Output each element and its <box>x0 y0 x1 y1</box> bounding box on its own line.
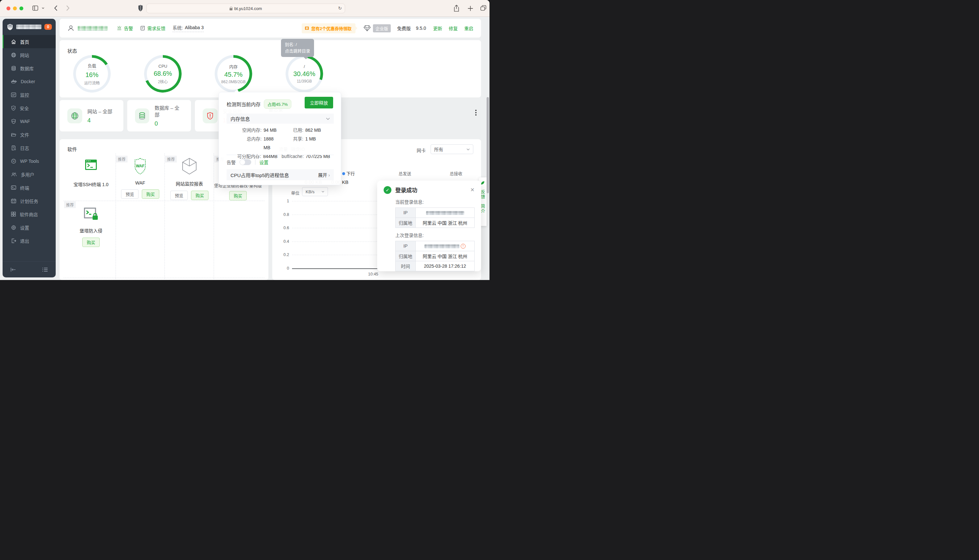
sidebar-item-日志[interactable]: 日志 <box>3 141 56 154</box>
restart-link[interactable]: 重启 <box>464 25 473 32</box>
svg-text:WAF: WAF <box>12 121 15 122</box>
sidebar-item-设置[interactable]: 设置 <box>3 221 56 234</box>
page-scrollbar[interactable] <box>487 97 489 193</box>
coupon-banner[interactable]: 券 您有2个优惠券待领取 <box>302 23 355 33</box>
databases-count[interactable]: 0 <box>154 120 183 127</box>
sites-card-title: 网站 – 全部 <box>87 108 112 115</box>
panel-options-kebab-icon[interactable] <box>475 109 477 117</box>
sites-count[interactable]: 4 <box>87 117 112 124</box>
update-link[interactable]: 更新 <box>433 25 442 32</box>
sidebar-item-软件商店[interactable]: 软件商店 <box>3 207 56 221</box>
sidebar-item-计划任务[interactable]: 计划任务 <box>3 194 56 207</box>
svg-text:W: W <box>12 160 15 163</box>
sidebar-item-退出[interactable]: 退出 <box>3 234 56 247</box>
diamond-icon <box>363 25 371 32</box>
server-name-redacted <box>16 25 42 29</box>
sidebar-item-首页[interactable]: 首页 <box>3 35 56 48</box>
version-number[interactable]: 9.5.0 <box>416 25 426 31</box>
y-tick-label: 0.4 <box>276 239 289 244</box>
cpu-top5-row[interactable]: CPU占用率top5的进程信息 展开 › <box>227 169 334 180</box>
gauge-负载[interactable]: 负载16%运行流畅 <box>73 55 111 93</box>
last-login-table: IP ! 归属地阿里云 中国 浙江 杭州 时间2025-03-28 17:26:… <box>395 241 475 271</box>
software-item-ssh-terminal[interactable]: 宝塔SSH终端 1.0 <box>67 157 115 187</box>
sidebar-item-文件[interactable]: 文件 <box>3 128 56 141</box>
unit-select[interactable]: KB/s <box>302 187 328 196</box>
reload-icon[interactable]: ↻ <box>338 5 342 11</box>
message-count-badge[interactable]: 0 <box>44 24 52 30</box>
sidebar-item-多用户[interactable]: 多用户 <box>3 168 56 181</box>
alarm-toggle[interactable] <box>240 159 251 165</box>
preview-button[interactable]: 预览 <box>170 191 188 200</box>
shield-warning-icon <box>203 108 218 123</box>
enterprise-badge-group[interactable]: 企业版 <box>363 24 391 32</box>
buy-button[interactable]: 购买 <box>229 191 247 200</box>
software-item-intrusion-prevention[interactable]: 堡塔防入侵 购买 <box>67 207 115 247</box>
nic-label: 网卡 <box>417 147 426 153</box>
sites-card[interactable]: 网站 – 全部 4 <box>60 100 123 132</box>
buy-button[interactable]: 购买 <box>142 189 159 199</box>
sidebar-item-WAF[interactable]: WAFWAF <box>3 115 56 128</box>
sidebar-item-安全[interactable]: 安全 <box>3 101 56 115</box>
address-bar[interactable]: bt.yu1024.com ↻ <box>146 3 345 13</box>
databases-card[interactable]: 数据库 – 全部 0 <box>127 100 191 132</box>
gauge-内存[interactable]: 内存45.7%862.0MB/2GB <box>215 55 252 93</box>
alarm-link[interactable]: 告警 <box>117 25 133 32</box>
buy-button[interactable]: 购买 <box>191 191 208 200</box>
menu-list-icon[interactable] <box>42 267 48 272</box>
forward-icon[interactable] <box>64 5 71 12</box>
software-item-label: WAF <box>116 180 165 185</box>
unit-label: 单位 <box>291 190 299 196</box>
terminal-lock-icon <box>83 207 99 222</box>
software-item-monitor-report[interactable]: 网站监控报表 预览 购买 <box>165 157 213 200</box>
system-info[interactable]: 系统: Alibaba 3 <box>173 24 203 32</box>
collapse-sidebar-icon[interactable] <box>10 267 16 272</box>
zoom-window-button[interactable] <box>19 7 23 10</box>
preview-button[interactable]: 预览 <box>121 189 138 199</box>
sidebar-item-WP Tools[interactable]: WWP Tools <box>3 154 56 168</box>
current-login-label: 当前登录信息: <box>395 198 475 205</box>
repair-link[interactable]: 修复 <box>449 25 458 32</box>
feedback-link[interactable]: 需求反馈 <box>140 25 165 32</box>
sidebar-toggle-icon[interactable] <box>32 5 39 12</box>
gauge-/[interactable]: /30.46%11/39GB <box>285 55 323 93</box>
back-icon[interactable] <box>52 5 60 12</box>
privacy-shield-icon[interactable] <box>138 4 143 12</box>
share-icon[interactable] <box>453 5 460 12</box>
y-tick-label: 1 <box>276 199 289 203</box>
alarm-settings-link[interactable]: 设置 <box>259 159 269 165</box>
software-item-waf[interactable]: WAF WAF 预览 购买 <box>116 157 165 199</box>
databases-card-title: 数据库 – 全部 <box>154 104 183 118</box>
total-sent-label: 总发送 <box>399 170 411 177</box>
user-avatar-icon[interactable] <box>67 25 75 32</box>
svg-text:WAF: WAF <box>136 164 145 168</box>
edition-label[interactable]: 免费版 <box>397 25 411 32</box>
close-icon[interactable]: ✕ <box>470 187 475 193</box>
close-window-button[interactable] <box>7 7 10 10</box>
status-card: 状态 <box>60 40 481 97</box>
buy-button[interactable]: 购买 <box>82 238 100 247</box>
coupon-icon: 券 <box>304 25 310 31</box>
new-tab-icon[interactable] <box>467 5 474 12</box>
nic-select[interactable]: 所有 <box>430 144 473 154</box>
release-memory-button[interactable]: 立即释放 <box>305 97 333 108</box>
sidebar-logo-row: 0 <box>3 19 56 35</box>
down-dot-icon <box>342 172 345 175</box>
ip-warning-icon[interactable]: ! <box>461 244 465 248</box>
chevron-down-icon[interactable] <box>42 7 45 10</box>
sidebar-item-网站[interactable]: 网站 <box>3 48 56 62</box>
sidebar-item-数据库[interactable]: 数据库 <box>3 62 56 75</box>
memory-info-section[interactable]: 内存信息 <box>227 113 334 123</box>
current-ip-redacted <box>426 211 464 215</box>
tab-overview-icon[interactable] <box>480 5 487 12</box>
waf-shield-icon: WAF <box>132 157 148 176</box>
legend-down[interactable]: 下行 <box>342 170 355 177</box>
sidebar-item-Docker[interactable]: Docker <box>3 75 56 88</box>
memory-usage-badge: 占用45.7% <box>264 99 291 109</box>
minimize-window-button[interactable] <box>13 7 17 10</box>
app-window: bt.yu1024.com ↻ 0 首页网站数据库Docker监控安全WAFWA… <box>0 0 489 280</box>
sidebar-item-监控[interactable]: 监控 <box>3 88 56 101</box>
sidebar-item-终端[interactable]: 终端 <box>3 181 56 194</box>
gauge-CPU[interactable]: CPU68.6%2核心 <box>144 55 182 93</box>
success-check-icon: ✓ <box>384 186 391 194</box>
username-redacted[interactable] <box>78 26 107 31</box>
